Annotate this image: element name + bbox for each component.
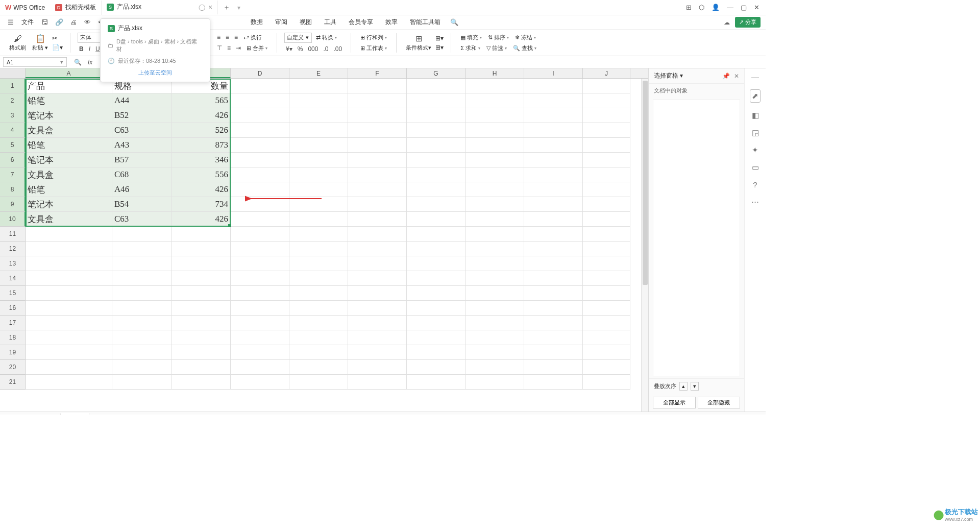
- cell[interactable]: [172, 256, 231, 271]
- cell[interactable]: [465, 79, 524, 93]
- percent-icon[interactable]: %: [296, 45, 305, 53]
- currency-icon[interactable]: ¥▾: [284, 45, 294, 53]
- cell[interactable]: [172, 360, 231, 375]
- cell[interactable]: [583, 108, 630, 123]
- menu-view[interactable]: 视图: [295, 16, 317, 29]
- row-header[interactable]: 19: [0, 345, 26, 360]
- cell[interactable]: [289, 286, 348, 301]
- cell[interactable]: B54: [112, 197, 172, 212]
- cell[interactable]: [465, 271, 524, 286]
- cell[interactable]: [289, 79, 348, 93]
- cell[interactable]: [407, 79, 465, 93]
- cell[interactable]: [524, 345, 583, 360]
- col-header[interactable]: G: [407, 68, 465, 78]
- find-button[interactable]: 🔍 查找▾: [511, 44, 538, 53]
- share-button[interactable]: ↗ 分享: [735, 17, 761, 28]
- cell[interactable]: [348, 316, 407, 330]
- cell[interactable]: 文具盒: [26, 212, 112, 227]
- cell[interactable]: [524, 167, 583, 182]
- cell[interactable]: [407, 167, 465, 182]
- cell[interactable]: [524, 153, 583, 167]
- row-header[interactable]: 5: [0, 138, 26, 153]
- cell[interactable]: [524, 123, 583, 138]
- cell[interactable]: [524, 227, 583, 242]
- filter-button[interactable]: ▽ 筛选▾: [484, 44, 509, 53]
- cell[interactable]: [231, 79, 289, 93]
- dec-inc-icon[interactable]: .0: [322, 45, 330, 53]
- cell[interactable]: [289, 256, 348, 271]
- cell[interactable]: 文具盒: [26, 123, 112, 138]
- cell[interactable]: [26, 360, 112, 375]
- cell[interactable]: 笔记本: [26, 108, 112, 123]
- cell[interactable]: [524, 286, 583, 301]
- reader-icon[interactable]: ⊞: [686, 4, 692, 11]
- cell[interactable]: [583, 286, 630, 301]
- cell[interactable]: A44: [112, 93, 172, 108]
- cells-area[interactable]: 产品规格数量铅笔A44565笔记本B52426文具盒C63526铅笔A43873…: [26, 79, 630, 390]
- cell[interactable]: [289, 360, 348, 375]
- cell[interactable]: [465, 330, 524, 345]
- cell[interactable]: [26, 330, 112, 345]
- dec-dec-icon[interactable]: .00: [332, 45, 344, 53]
- cell[interactable]: 565: [172, 93, 231, 108]
- cell[interactable]: [289, 212, 348, 227]
- cell[interactable]: [407, 138, 465, 153]
- row-header[interactable]: 4: [0, 123, 26, 138]
- align-left-icon[interactable]: ≡: [215, 33, 222, 41]
- rowcol-button[interactable]: ⊞ 行和列▾: [358, 33, 389, 42]
- cell[interactable]: [348, 271, 407, 286]
- menu-smart[interactable]: 智能工具箱: [405, 16, 446, 29]
- cell[interactable]: [289, 138, 348, 153]
- cell[interactable]: [172, 375, 231, 390]
- cell[interactable]: [231, 242, 289, 256]
- cell[interactable]: [407, 227, 465, 242]
- cell[interactable]: [26, 271, 112, 286]
- cell[interactable]: [289, 227, 348, 242]
- cell[interactable]: [583, 212, 630, 227]
- cell[interactable]: [583, 301, 630, 316]
- cell[interactable]: A43: [112, 138, 172, 153]
- cell[interactable]: C63: [112, 123, 172, 138]
- number-format-select[interactable]: 自定义 ▾: [284, 33, 312, 43]
- cell[interactable]: [348, 301, 407, 316]
- cell[interactable]: [465, 301, 524, 316]
- save-icon[interactable]: 🖫: [39, 17, 51, 28]
- cell[interactable]: [407, 256, 465, 271]
- cloud-icon[interactable]: ☁: [721, 17, 733, 28]
- cell[interactable]: [407, 108, 465, 123]
- cell[interactable]: [348, 93, 407, 108]
- cell[interactable]: [289, 197, 348, 212]
- cell[interactable]: [583, 271, 630, 286]
- sum-button[interactable]: Σ 求和▾: [458, 44, 482, 53]
- cell[interactable]: [231, 360, 289, 375]
- cell[interactable]: [583, 330, 630, 345]
- cell[interactable]: [231, 197, 289, 212]
- cell[interactable]: [348, 345, 407, 360]
- cell[interactable]: B57: [112, 153, 172, 167]
- cell[interactable]: [231, 345, 289, 360]
- cell[interactable]: 873: [172, 138, 231, 153]
- col-header[interactable]: D: [231, 68, 289, 78]
- cell[interactable]: [172, 301, 231, 316]
- cell[interactable]: [465, 138, 524, 153]
- cut-icon[interactable]: ✂: [52, 35, 63, 42]
- cell[interactable]: [524, 79, 583, 93]
- cell[interactable]: [465, 256, 524, 271]
- italic-button[interactable]: I: [87, 45, 92, 53]
- font-select[interactable]: 宋体: [78, 33, 103, 43]
- cell[interactable]: [112, 360, 172, 375]
- add-tab-button[interactable]: ＋: [218, 3, 235, 12]
- spreadsheet-grid[interactable]: ABCDEFGHIJ 12345678910111213141516171819…: [0, 68, 648, 412]
- cell[interactable]: [407, 375, 465, 390]
- cell[interactable]: [289, 123, 348, 138]
- cell[interactable]: [524, 330, 583, 345]
- cell[interactable]: [289, 271, 348, 286]
- row-header[interactable]: 18: [0, 330, 26, 345]
- vertical-scrollbar[interactable]: [641, 79, 648, 412]
- cell[interactable]: [348, 138, 407, 153]
- cell[interactable]: [112, 375, 172, 390]
- cell[interactable]: [348, 182, 407, 197]
- cell[interactable]: [289, 153, 348, 167]
- cell[interactable]: [465, 227, 524, 242]
- search-icon[interactable]: 🔍: [448, 17, 461, 28]
